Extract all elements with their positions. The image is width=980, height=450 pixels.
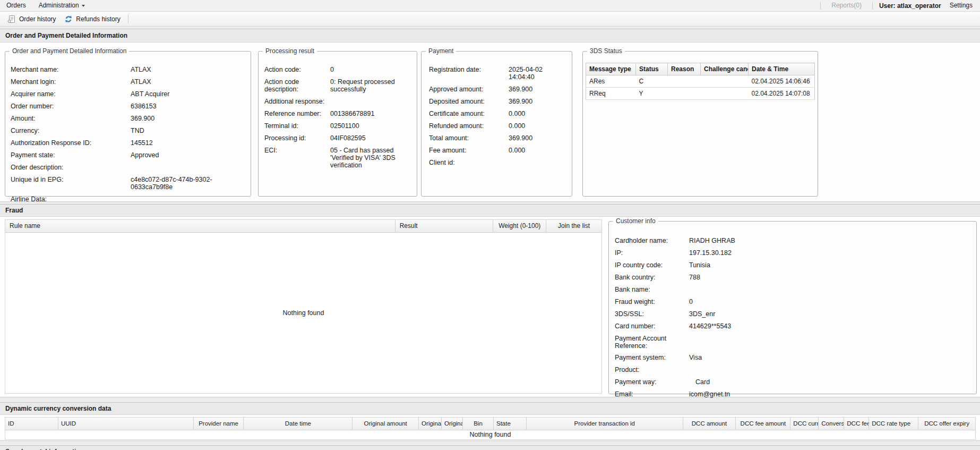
field-row: Authorization Response ID:145512 [11, 139, 246, 147]
field-value: ATLAX [131, 78, 246, 86]
column-header-dcc-rate-type[interactable]: DCC rate type [869, 418, 918, 430]
field-value: Card [689, 378, 971, 386]
groupbox-processing-result-legend: Processing result [263, 48, 317, 54]
fraud-table-body: Nothing found [5, 233, 601, 393]
field-row: Bank country:788 [615, 274, 971, 281]
field-row: Fee amount:0.000 [429, 147, 568, 154]
field-row: Additional response: [264, 98, 412, 105]
order-history-label: Order history [19, 15, 56, 23]
column-header-date-time[interactable]: Date & Time [749, 63, 815, 75]
field-value: ATLAX [131, 66, 246, 73]
field-value [330, 98, 412, 105]
3ds-status-table: Message type Status Reason Challenge can… [586, 63, 815, 100]
cell-message-type: ARes [586, 75, 636, 88]
panel-fraud: Rule name Result Weight (0-100) Join the… [0, 217, 980, 397]
field-value: 0.000 [509, 147, 568, 154]
field-value: ABT Acquirer [131, 90, 246, 98]
field-value: 0: Request processed successfully [330, 78, 412, 93]
column-header-state[interactable]: State [494, 418, 527, 430]
column-header-original-amount[interactable]: Original amount [353, 418, 419, 430]
panel-dcc: ID UUID Provider name Date time Original… [0, 415, 980, 441]
order-history-button[interactable]: Order history [3, 13, 60, 25]
field-value: 2025-04-02 14:04:40 [509, 66, 568, 81]
column-header-original-currency[interactable]: Original c [442, 418, 463, 430]
cell-date-time: 02.04.2025 14:06:46 [749, 75, 815, 88]
field-row: 3DS/SSL:3DS_enr [615, 310, 971, 318]
field-row: Processing id:04IF082595 [264, 134, 412, 142]
order-history-icon [7, 15, 16, 23]
column-header-reason[interactable]: Reason [668, 63, 701, 75]
field-row: Deposited amount:369.900 [429, 98, 568, 105]
refunds-history-label: Refunds history [76, 15, 120, 23]
column-header-message-type[interactable]: Message type [586, 63, 636, 75]
column-header-rule-name[interactable]: Rule name [5, 220, 396, 232]
user-label: User: atlax_operator [877, 2, 943, 10]
field-label: 3DS/SSL: [615, 310, 689, 318]
field-label: Product: [615, 366, 689, 373]
column-header-date-time[interactable]: Date time [244, 418, 353, 430]
field-label: Email: [615, 390, 689, 398]
field-label: Cardholder name: [615, 237, 689, 244]
column-header-id[interactable]: ID [5, 418, 58, 430]
menu-administration-label: Administration [39, 2, 79, 9]
column-header-result[interactable]: Result [396, 220, 494, 232]
column-header-weight[interactable]: Weight (0-100) [493, 220, 546, 232]
field-row: ECI:05 - Card has passed 'Verified by VI… [264, 147, 412, 169]
cell-status: Y [636, 88, 668, 100]
field-row: Unique id in EPG:c4e8c072-d87c-474b-9302… [11, 176, 246, 191]
menu-administration[interactable]: Administration [32, 0, 91, 11]
field-value: 0.000 [509, 122, 568, 130]
column-header-join-the-list[interactable]: Join the list [546, 220, 601, 232]
column-header-dcc-currency[interactable]: DCC curr [790, 418, 819, 430]
field-label: Deposited amount: [429, 98, 509, 105]
groupbox-order-info: Order and Payment Detailed Information M… [5, 48, 251, 197]
empty-state-text: Nothing found [470, 431, 511, 438]
dcc-table-body: Nothing found [5, 430, 975, 439]
cell-challenge-cancel [701, 75, 749, 88]
field-label: Fraud weight: [615, 298, 689, 305]
groupbox-3ds-status: 3DS Status Message type Status Reason Ch… [582, 48, 818, 197]
column-header-uuid[interactable]: UUID [58, 418, 194, 430]
separator [820, 2, 821, 10]
table-row[interactable]: ARes C 02.04.2025 14:06:46 [586, 75, 815, 88]
field-value: 05 - Card has passed 'Verified by VISA' … [330, 147, 412, 169]
field-label: Card number: [615, 322, 689, 330]
field-label: Client id: [429, 159, 509, 166]
column-header-provider-name[interactable]: Provider name [194, 418, 244, 430]
column-header-dcc-offer-expiry[interactable]: DCC offer expiry [918, 418, 975, 430]
column-header-dcc-amount[interactable]: DCC amount [683, 418, 736, 430]
column-header-dcc-fee-amount[interactable]: DCC fee amount [736, 418, 790, 430]
cell-reason [668, 75, 701, 88]
field-row: Fraud weight:0 [615, 298, 971, 305]
column-header-dcc-fee[interactable]: DCC fee [844, 418, 869, 430]
field-label: Additional response: [264, 98, 330, 105]
field-row: Payment way:Card [615, 378, 971, 386]
field-label: Payment system: [615, 354, 689, 361]
field-label: ECI: [264, 147, 330, 169]
menu-settings[interactable]: Settings [943, 0, 979, 11]
groupbox-order-info-legend: Order and Payment Detailed Information [10, 48, 129, 54]
field-row: Action code:0 [264, 66, 412, 73]
column-header-original-fee[interactable]: Original f [419, 418, 442, 430]
refunds-history-button[interactable]: Refunds history [60, 13, 124, 25]
field-label: Fee amount: [429, 147, 509, 154]
column-header-bin[interactable]: Bin [463, 418, 494, 430]
field-row: Total amount:369.900 [429, 134, 568, 142]
field-value: Visa [689, 354, 971, 361]
field-row: Merchant login:ATLAX [11, 78, 246, 86]
cell-challenge-cancel [701, 88, 749, 100]
column-header-provider-transaction-id[interactable]: Provider transaction id [527, 418, 683, 430]
field-value [509, 159, 568, 166]
field-row: Cardholder name:RIADH GHRAB [615, 237, 971, 244]
field-row: Approved amount:369.900 [429, 86, 568, 93]
column-header-conversion[interactable]: Conversi [819, 418, 844, 430]
column-header-status[interactable]: Status [636, 63, 668, 75]
separator [872, 2, 873, 10]
field-row: Payment Account Reference: [615, 335, 971, 350]
menu-reports[interactable]: Reports(0) [825, 0, 868, 11]
table-row[interactable]: RReq Y 02.04.2025 14:07:08 [586, 88, 815, 100]
menu-orders[interactable]: Orders [0, 0, 32, 11]
column-header-challenge-cancel[interactable]: Challenge cancel [701, 63, 749, 75]
field-row: Currency:TND [11, 127, 246, 134]
field-value: 369.900 [131, 115, 246, 122]
